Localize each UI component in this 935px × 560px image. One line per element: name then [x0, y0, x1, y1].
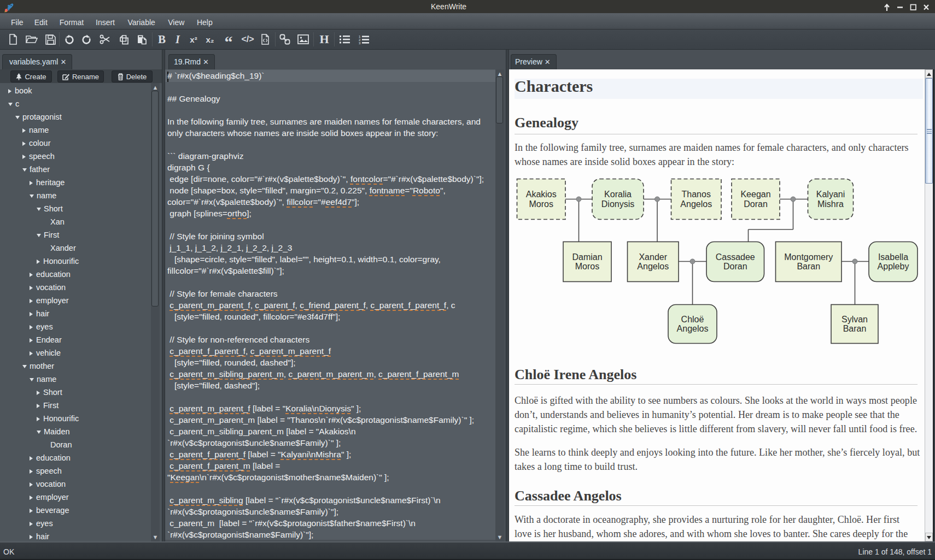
- svg-text:3: 3: [359, 42, 361, 44]
